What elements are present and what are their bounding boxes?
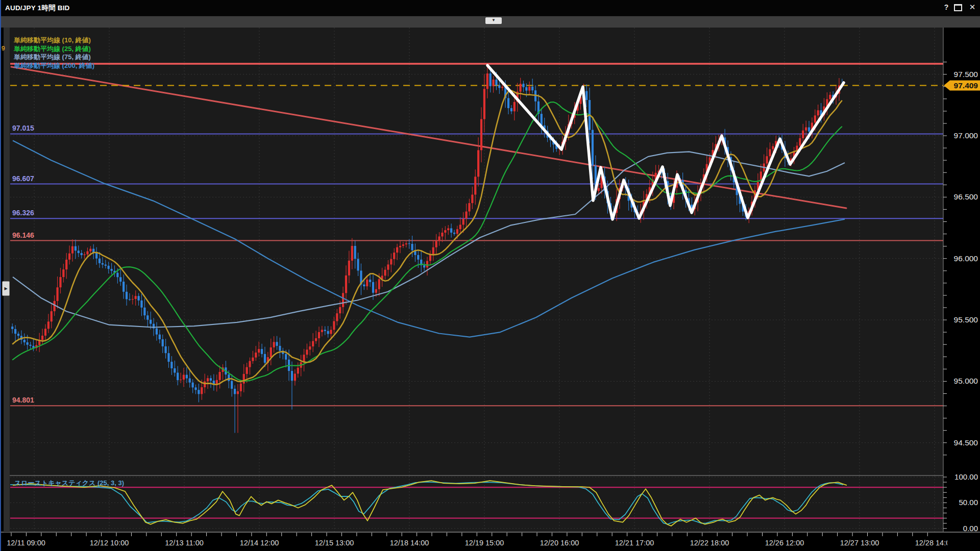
time-axis-label: 12/12 10:00 bbox=[90, 539, 129, 547]
window-title: AUD/JPY 1時間 BID bbox=[5, 4, 70, 13]
help-button[interactable]: ? bbox=[942, 3, 951, 12]
toolbar-collapse-button[interactable]: ▼ bbox=[485, 17, 502, 24]
time-axis-label: 12/26 12:00 bbox=[765, 539, 804, 547]
legend-item: 単純移動平均線 (25, 終値) bbox=[14, 45, 94, 54]
current-price-value: 97.409 bbox=[954, 81, 978, 90]
legend-item: 単純移動平均線 (200, 終値) bbox=[14, 62, 94, 70]
side-panel-expand-handle[interactable]: ▶ bbox=[2, 281, 10, 296]
level-price-label: 94.801 bbox=[12, 396, 34, 404]
help-icon: ? bbox=[944, 3, 949, 11]
level-price-label: 96.146 bbox=[12, 231, 34, 239]
price-axis-label: 96.500 bbox=[954, 192, 978, 201]
time-axis-label: 12/20 16:00 bbox=[540, 539, 579, 547]
time-axis-label: 12/11 09:00 bbox=[7, 539, 45, 547]
legend-item: 単純移動平均線 (75, 終値) bbox=[14, 53, 94, 62]
time-axis-label: 12/18 14:00 bbox=[390, 539, 429, 547]
price-axis-label: 97.500 bbox=[954, 70, 978, 79]
stoch-axis-label: 50.00 bbox=[959, 498, 978, 507]
titlebar[interactable]: AUD/JPY 1時間 BID ? ✕ bbox=[0, 0, 980, 15]
clipped-price-label: 9 bbox=[2, 45, 5, 52]
price-axis-label: 95.000 bbox=[954, 377, 978, 385]
price-axis[interactable]: 97.50097.00096.50096.00095.50095.00094.5… bbox=[943, 62, 980, 455]
maximize-button[interactable] bbox=[953, 3, 963, 12]
toolbar-strip: ▼ bbox=[0, 16, 980, 28]
time-axis-label: 12/22 18:00 bbox=[690, 539, 729, 547]
close-button[interactable]: ✕ bbox=[968, 3, 977, 12]
price-axis-label: 94.500 bbox=[954, 438, 978, 447]
collapsed-side-panel bbox=[4, 28, 10, 532]
plot-background bbox=[4, 28, 943, 532]
time-axis-label: 12/13 11:00 bbox=[165, 539, 204, 547]
stoch-axis-label: 0.00 bbox=[963, 524, 978, 533]
time-axis-label: 12/14 12:00 bbox=[240, 539, 279, 547]
time-axis-label: 12/21 17:00 bbox=[615, 539, 654, 547]
sma-legend: 単純移動平均線 (10, 終値)単純移動平均線 (25, 終値)単純移動平均線 … bbox=[14, 36, 94, 70]
level-price-label: 96.607 bbox=[12, 174, 34, 183]
time-axis-label: 12/15 13:00 bbox=[315, 539, 354, 547]
time-axis-label: 12/27 13:00 bbox=[840, 539, 879, 547]
chevron-right-icon: ▶ bbox=[4, 286, 7, 291]
stochastics-legend: スローストキャスティクス (25, 3, 3) bbox=[14, 479, 124, 488]
level-price-label: 97.015 bbox=[12, 124, 34, 132]
time-axis[interactable]: 12/11 09:0012/12 10:0012/13 11:0012/14 1… bbox=[7, 533, 954, 547]
level-price-label: 96.326 bbox=[12, 209, 34, 217]
time-axis-label: 12/28 14:00 bbox=[915, 539, 954, 547]
maximize-icon bbox=[954, 4, 962, 11]
chevron-down-icon: ▼ bbox=[492, 18, 496, 22]
trading-app-window: { "window": { "title": "AUD/JPY 1時間 BID"… bbox=[0, 0, 980, 551]
legend-item: 単純移動平均線 (10, 終値) bbox=[14, 36, 94, 45]
price-axis-label: 95.500 bbox=[954, 315, 978, 324]
time-axis-label: 12/19 15:00 bbox=[465, 539, 504, 547]
price-chart[interactable]: 97.01596.60796.32696.14694.80197.50097.0… bbox=[0, 0, 980, 551]
stoch-axis-label: 100.00 bbox=[954, 472, 978, 481]
stoch-axis[interactable]: 100.0050.000.00 bbox=[943, 472, 978, 533]
price-axis-label: 96.000 bbox=[954, 254, 978, 263]
window-accent-border bbox=[0, 0, 1, 551]
price-axis-label: 97.000 bbox=[954, 131, 978, 140]
close-icon: ✕ bbox=[969, 3, 976, 11]
